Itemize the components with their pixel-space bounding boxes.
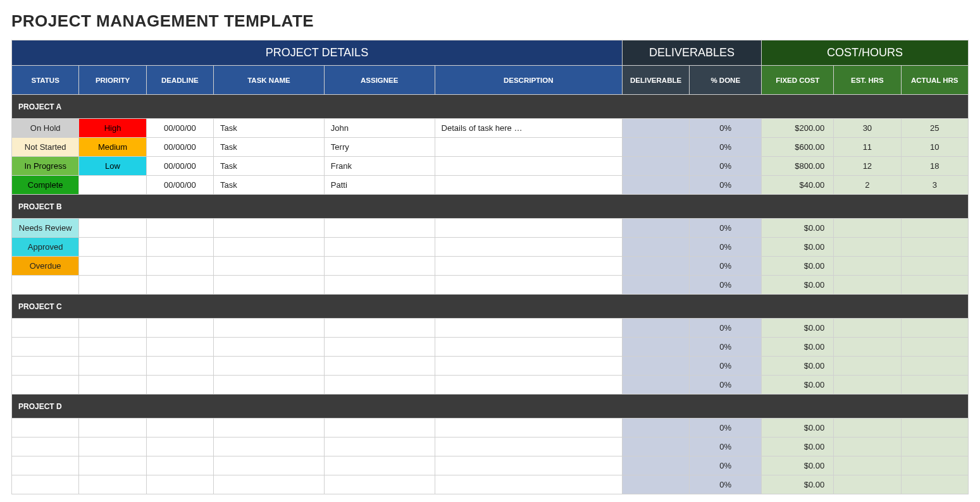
- cell-est-hrs[interactable]: [834, 419, 901, 438]
- cell-priority[interactable]: [79, 338, 146, 357]
- cell-fixed-cost[interactable]: $200.00: [762, 119, 834, 138]
- cell-priority[interactable]: [79, 419, 146, 438]
- cell-percent-done[interactable]: 0%: [690, 119, 762, 138]
- cell-percent-done[interactable]: 0%: [690, 157, 762, 176]
- cell-description[interactable]: [435, 475, 622, 494]
- cell-actual-hrs[interactable]: 18: [901, 157, 968, 176]
- cell-percent-done[interactable]: 0%: [690, 357, 762, 376]
- cell-deadline[interactable]: 00/00/00: [146, 138, 213, 157]
- cell-task[interactable]: Task: [214, 138, 325, 157]
- cell-fixed-cost[interactable]: $0.00: [762, 257, 834, 276]
- cell-est-hrs[interactable]: [834, 219, 901, 238]
- cell-task[interactable]: [214, 456, 325, 475]
- cell-actual-hrs[interactable]: [901, 438, 968, 456]
- cell-description[interactable]: [435, 276, 622, 295]
- cell-est-hrs[interactable]: [834, 456, 901, 475]
- cell-assignee[interactable]: [324, 357, 435, 376]
- cell-priority[interactable]: [79, 176, 146, 195]
- cell-deadline[interactable]: 00/00/00: [146, 176, 213, 195]
- cell-actual-hrs[interactable]: [901, 276, 968, 295]
- cell-deadline[interactable]: [146, 475, 213, 494]
- cell-fixed-cost[interactable]: $600.00: [762, 138, 834, 157]
- cell-fixed-cost[interactable]: $0.00: [762, 219, 834, 238]
- cell-actual-hrs[interactable]: [901, 357, 968, 376]
- cell-actual-hrs[interactable]: [901, 319, 968, 338]
- cell-assignee[interactable]: [324, 276, 435, 295]
- cell-assignee[interactable]: [324, 475, 435, 494]
- cell-deliverable[interactable]: [622, 219, 689, 238]
- cell-deadline[interactable]: 00/00/00: [146, 157, 213, 176]
- cell-description[interactable]: Details of task here …: [435, 119, 622, 138]
- cell-status[interactable]: Overdue: [12, 257, 79, 276]
- cell-percent-done[interactable]: 0%: [690, 276, 762, 295]
- cell-assignee[interactable]: Patti: [324, 176, 435, 195]
- cell-deliverable[interactable]: [622, 119, 689, 138]
- cell-deadline[interactable]: 00/00/00: [146, 119, 213, 138]
- cell-deliverable[interactable]: [622, 157, 689, 176]
- cell-percent-done[interactable]: 0%: [690, 176, 762, 195]
- cell-task[interactable]: Task: [214, 157, 325, 176]
- cell-task[interactable]: Task: [214, 176, 325, 195]
- cell-est-hrs[interactable]: [834, 257, 901, 276]
- cell-actual-hrs[interactable]: [901, 338, 968, 357]
- cell-fixed-cost[interactable]: $0.00: [762, 438, 834, 456]
- cell-assignee[interactable]: Frank: [324, 157, 435, 176]
- cell-task[interactable]: [214, 319, 325, 338]
- cell-status[interactable]: Complete: [12, 176, 79, 195]
- cell-task[interactable]: [214, 438, 325, 456]
- cell-percent-done[interactable]: 0%: [690, 419, 762, 438]
- cell-assignee[interactable]: [324, 419, 435, 438]
- cell-description[interactable]: [435, 319, 622, 338]
- cell-deadline[interactable]: [146, 419, 213, 438]
- cell-assignee[interactable]: [324, 219, 435, 238]
- cell-percent-done[interactable]: 0%: [690, 338, 762, 357]
- cell-priority[interactable]: [79, 257, 146, 276]
- cell-est-hrs[interactable]: 11: [834, 138, 901, 157]
- cell-status[interactable]: [12, 357, 79, 376]
- cell-priority[interactable]: [79, 475, 146, 494]
- cell-fixed-cost[interactable]: $0.00: [762, 357, 834, 376]
- cell-priority[interactable]: [79, 319, 146, 338]
- cell-status[interactable]: [12, 376, 79, 395]
- cell-status[interactable]: [12, 276, 79, 295]
- cell-deadline[interactable]: [146, 238, 213, 257]
- cell-priority[interactable]: [79, 456, 146, 475]
- cell-est-hrs[interactable]: [834, 357, 901, 376]
- cell-description[interactable]: [435, 219, 622, 238]
- cell-status[interactable]: [12, 438, 79, 456]
- cell-percent-done[interactable]: 0%: [690, 238, 762, 257]
- cell-description[interactable]: [435, 357, 622, 376]
- cell-actual-hrs[interactable]: [901, 456, 968, 475]
- cell-deadline[interactable]: [146, 357, 213, 376]
- cell-assignee[interactable]: [324, 438, 435, 456]
- cell-actual-hrs[interactable]: 3: [901, 176, 968, 195]
- cell-priority[interactable]: [79, 376, 146, 395]
- cell-deliverable[interactable]: [622, 419, 689, 438]
- cell-est-hrs[interactable]: 2: [834, 176, 901, 195]
- cell-assignee[interactable]: John: [324, 119, 435, 138]
- cell-fixed-cost[interactable]: $0.00: [762, 276, 834, 295]
- cell-assignee[interactable]: [324, 338, 435, 357]
- cell-deliverable[interactable]: [622, 276, 689, 295]
- cell-deliverable[interactable]: [622, 338, 689, 357]
- cell-deliverable[interactable]: [622, 319, 689, 338]
- cell-est-hrs[interactable]: [834, 438, 901, 456]
- cell-task[interactable]: [214, 475, 325, 494]
- cell-fixed-cost[interactable]: $40.00: [762, 176, 834, 195]
- cell-description[interactable]: [435, 138, 622, 157]
- cell-priority[interactable]: [79, 357, 146, 376]
- cell-actual-hrs[interactable]: 10: [901, 138, 968, 157]
- cell-fixed-cost[interactable]: $800.00: [762, 157, 834, 176]
- cell-percent-done[interactable]: 0%: [690, 438, 762, 456]
- cell-percent-done[interactable]: 0%: [690, 475, 762, 494]
- cell-est-hrs[interactable]: [834, 376, 901, 395]
- cell-status[interactable]: Needs Review: [12, 219, 79, 238]
- cell-task[interactable]: [214, 257, 325, 276]
- cell-description[interactable]: [435, 376, 622, 395]
- cell-percent-done[interactable]: 0%: [690, 257, 762, 276]
- cell-priority[interactable]: [79, 438, 146, 456]
- cell-description[interactable]: [435, 456, 622, 475]
- cell-est-hrs[interactable]: [834, 338, 901, 357]
- cell-description[interactable]: [435, 257, 622, 276]
- cell-assignee[interactable]: [324, 376, 435, 395]
